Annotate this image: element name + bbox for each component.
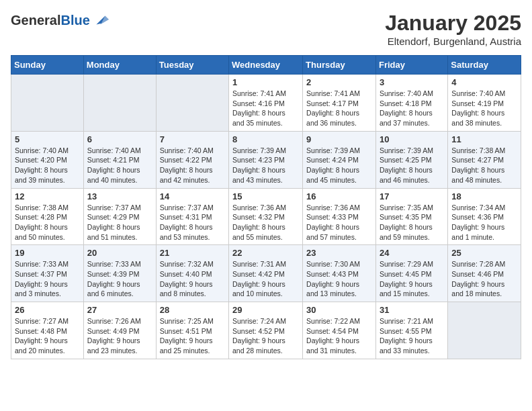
logo-icon <box>91 11 110 30</box>
day-number: 21 <box>160 248 225 258</box>
day-number: 30 <box>306 305 372 315</box>
day-info: Sunrise: 7:39 AM Sunset: 4:24 PM Dayligh… <box>306 146 372 185</box>
day-info: Sunrise: 7:25 AM Sunset: 4:51 PM Dayligh… <box>160 316 225 356</box>
day-number: 18 <box>451 191 517 201</box>
calendar-cell: 10Sunrise: 7:39 AM Sunset: 4:25 PM Dayli… <box>375 131 447 188</box>
day-number: 31 <box>380 305 444 315</box>
calendar-cell: 3Sunrise: 7:40 AM Sunset: 4:18 PM Daylig… <box>375 75 447 132</box>
calendar-cell: 1Sunrise: 7:41 AM Sunset: 4:16 PM Daylig… <box>229 75 303 132</box>
calendar-cell <box>448 302 521 359</box>
calendar-week-row: 26Sunrise: 7:27 AM Sunset: 4:48 PM Dayli… <box>11 302 521 359</box>
weekday-header: Sunday <box>11 56 84 75</box>
calendar-cell: 20Sunrise: 7:33 AM Sunset: 4:39 PM Dayli… <box>83 245 156 302</box>
day-info: Sunrise: 7:40 AM Sunset: 4:18 PM Dayligh… <box>380 89 444 128</box>
calendar-cell: 11Sunrise: 7:38 AM Sunset: 4:27 PM Dayli… <box>448 131 521 188</box>
day-number: 1 <box>232 77 299 87</box>
calendar-week-row: 5Sunrise: 7:40 AM Sunset: 4:20 PM Daylig… <box>11 131 521 188</box>
page-header: GeneralBlue January 2025 Eltendorf, Burg… <box>11 11 521 47</box>
calendar-cell: 31Sunrise: 7:21 AM Sunset: 4:55 PM Dayli… <box>375 302 447 359</box>
day-number: 7 <box>160 134 225 144</box>
calendar-cell <box>83 75 156 132</box>
weekday-header: Tuesday <box>156 56 228 75</box>
day-info: Sunrise: 7:32 AM Sunset: 4:40 PM Dayligh… <box>160 259 225 299</box>
day-number: 10 <box>380 134 444 144</box>
calendar-week-row: 1Sunrise: 7:41 AM Sunset: 4:16 PM Daylig… <box>11 75 521 132</box>
day-number: 28 <box>160 305 225 315</box>
calendar-cell: 29Sunrise: 7:24 AM Sunset: 4:52 PM Dayli… <box>229 302 303 359</box>
calendar-cell: 4Sunrise: 7:40 AM Sunset: 4:19 PM Daylig… <box>448 75 521 132</box>
day-info: Sunrise: 7:37 AM Sunset: 4:31 PM Dayligh… <box>160 203 225 242</box>
calendar-cell: 17Sunrise: 7:35 AM Sunset: 4:35 PM Dayli… <box>375 188 447 245</box>
day-info: Sunrise: 7:38 AM Sunset: 4:28 PM Dayligh… <box>15 203 80 242</box>
day-info: Sunrise: 7:27 AM Sunset: 4:48 PM Dayligh… <box>15 316 80 356</box>
day-info: Sunrise: 7:30 AM Sunset: 4:43 PM Dayligh… <box>306 259 372 299</box>
day-number: 3 <box>380 77 444 87</box>
day-number: 24 <box>380 248 444 258</box>
day-number: 17 <box>380 191 444 201</box>
calendar-cell: 19Sunrise: 7:33 AM Sunset: 4:37 PM Dayli… <box>11 245 84 302</box>
calendar-cell: 2Sunrise: 7:41 AM Sunset: 4:17 PM Daylig… <box>303 75 376 132</box>
calendar-cell: 16Sunrise: 7:36 AM Sunset: 4:33 PM Dayli… <box>303 188 376 245</box>
day-number: 16 <box>306 191 372 201</box>
day-number: 22 <box>232 248 299 258</box>
day-number: 13 <box>87 191 152 201</box>
day-info: Sunrise: 7:38 AM Sunset: 4:27 PM Dayligh… <box>451 146 517 185</box>
calendar-cell: 5Sunrise: 7:40 AM Sunset: 4:20 PM Daylig… <box>11 131 84 188</box>
day-info: Sunrise: 7:40 AM Sunset: 4:19 PM Dayligh… <box>451 89 517 128</box>
day-number: 6 <box>87 134 152 144</box>
day-number: 11 <box>451 134 517 144</box>
calendar-table: SundayMondayTuesdayWednesdayThursdayFrid… <box>11 55 521 359</box>
day-number: 4 <box>451 77 517 87</box>
calendar-cell: 7Sunrise: 7:40 AM Sunset: 4:22 PM Daylig… <box>156 131 228 188</box>
day-info: Sunrise: 7:39 AM Sunset: 4:23 PM Dayligh… <box>232 146 299 185</box>
weekday-header: Thursday <box>303 56 376 75</box>
day-info: Sunrise: 7:21 AM Sunset: 4:55 PM Dayligh… <box>380 316 444 356</box>
calendar-cell: 18Sunrise: 7:34 AM Sunset: 4:36 PM Dayli… <box>448 188 521 245</box>
day-info: Sunrise: 7:36 AM Sunset: 4:32 PM Dayligh… <box>232 203 299 242</box>
calendar-cell: 21Sunrise: 7:32 AM Sunset: 4:40 PM Dayli… <box>156 245 228 302</box>
calendar-cell: 6Sunrise: 7:40 AM Sunset: 4:21 PM Daylig… <box>83 131 156 188</box>
day-info: Sunrise: 7:24 AM Sunset: 4:52 PM Dayligh… <box>232 316 299 356</box>
day-info: Sunrise: 7:29 AM Sunset: 4:45 PM Dayligh… <box>380 259 444 299</box>
day-info: Sunrise: 7:41 AM Sunset: 4:17 PM Dayligh… <box>306 89 372 128</box>
calendar-cell: 26Sunrise: 7:27 AM Sunset: 4:48 PM Dayli… <box>11 302 84 359</box>
calendar-cell: 14Sunrise: 7:37 AM Sunset: 4:31 PM Dayli… <box>156 188 228 245</box>
calendar-cell <box>156 75 228 132</box>
day-number: 14 <box>160 191 225 201</box>
day-number: 23 <box>306 248 372 258</box>
day-info: Sunrise: 7:33 AM Sunset: 4:39 PM Dayligh… <box>87 259 152 299</box>
day-info: Sunrise: 7:34 AM Sunset: 4:36 PM Dayligh… <box>451 203 517 242</box>
day-number: 15 <box>232 191 299 201</box>
day-info: Sunrise: 7:40 AM Sunset: 4:22 PM Dayligh… <box>160 146 225 185</box>
logo-general-text: General <box>11 13 60 28</box>
day-info: Sunrise: 7:41 AM Sunset: 4:16 PM Dayligh… <box>232 89 299 128</box>
day-info: Sunrise: 7:36 AM Sunset: 4:33 PM Dayligh… <box>306 203 372 242</box>
calendar-cell: 23Sunrise: 7:30 AM Sunset: 4:43 PM Dayli… <box>303 245 376 302</box>
day-number: 27 <box>87 305 152 315</box>
day-info: Sunrise: 7:39 AM Sunset: 4:25 PM Dayligh… <box>380 146 444 185</box>
weekday-header: Wednesday <box>229 56 303 75</box>
location-title: Eltendorf, Burgenland, Austria <box>385 36 521 47</box>
day-number: 2 <box>306 77 372 87</box>
calendar-cell: 15Sunrise: 7:36 AM Sunset: 4:32 PM Dayli… <box>229 188 303 245</box>
weekday-header: Saturday <box>448 56 521 75</box>
day-info: Sunrise: 7:31 AM Sunset: 4:42 PM Dayligh… <box>232 259 299 299</box>
day-number: 8 <box>232 134 299 144</box>
calendar-cell: 27Sunrise: 7:26 AM Sunset: 4:49 PM Dayli… <box>83 302 156 359</box>
day-info: Sunrise: 7:33 AM Sunset: 4:37 PM Dayligh… <box>15 259 80 299</box>
title-block: January 2025 Eltendorf, Burgenland, Aust… <box>385 11 521 47</box>
calendar-cell: 25Sunrise: 7:28 AM Sunset: 4:46 PM Dayli… <box>448 245 521 302</box>
calendar-cell: 8Sunrise: 7:39 AM Sunset: 4:23 PM Daylig… <box>229 131 303 188</box>
day-number: 29 <box>232 305 299 315</box>
calendar-cell: 22Sunrise: 7:31 AM Sunset: 4:42 PM Dayli… <box>229 245 303 302</box>
day-info: Sunrise: 7:40 AM Sunset: 4:20 PM Dayligh… <box>15 146 80 185</box>
calendar-cell: 30Sunrise: 7:22 AM Sunset: 4:54 PM Dayli… <box>303 302 376 359</box>
month-title: January 2025 <box>385 11 521 36</box>
weekday-header-row: SundayMondayTuesdayWednesdayThursdayFrid… <box>11 56 521 75</box>
weekday-header: Monday <box>83 56 156 75</box>
logo: GeneralBlue <box>11 11 110 30</box>
day-info: Sunrise: 7:26 AM Sunset: 4:49 PM Dayligh… <box>87 316 152 356</box>
day-info: Sunrise: 7:22 AM Sunset: 4:54 PM Dayligh… <box>306 316 372 356</box>
calendar-cell: 9Sunrise: 7:39 AM Sunset: 4:24 PM Daylig… <box>303 131 376 188</box>
calendar-cell: 24Sunrise: 7:29 AM Sunset: 4:45 PM Dayli… <box>375 245 447 302</box>
